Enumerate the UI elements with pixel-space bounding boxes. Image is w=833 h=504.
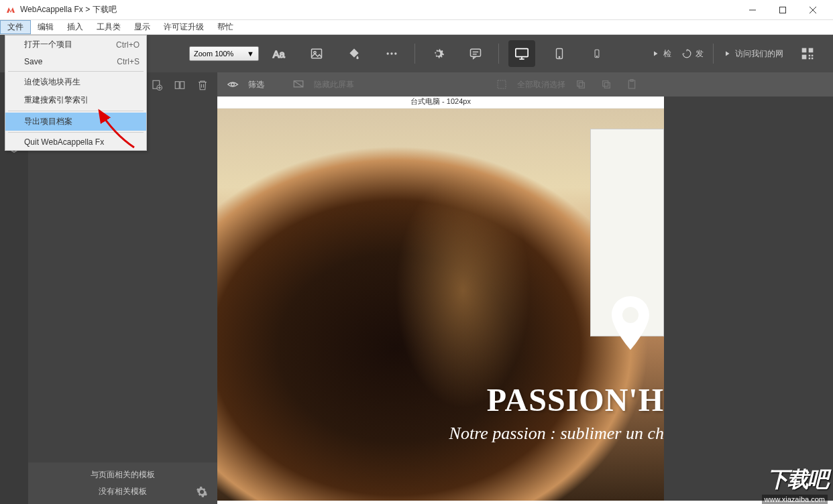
svg-rect-25 [809,58,811,60]
svg-rect-44 [180,82,184,89]
copy-icon[interactable] [571,74,591,94]
gear-icon[interactable] [196,486,208,498]
menu-save[interactable]: SaveCtrl+S [5,54,146,70]
map-pin-icon [610,296,651,350]
more-tool-icon[interactable] [378,40,405,67]
svg-rect-13 [516,49,528,57]
hide-screen-label[interactable]: 隐藏此屏幕 [314,79,354,90]
menu-quit[interactable]: Quit WebAcappella Fx [5,134,146,150]
toolbar-separator [414,44,415,64]
menu-export-archive[interactable]: 导出项目档案 [5,113,146,131]
mobile-view-icon[interactable] [584,40,610,67]
svg-rect-24 [812,55,814,57]
menu-separator [8,71,144,72]
device-label: 台式电脑 - 1024px [217,97,664,109]
svg-rect-10 [471,49,481,56]
svg-rect-36 [604,82,610,88]
svg-point-9 [394,52,396,54]
text-tool-icon[interactable]: Aa [266,40,292,67]
menu-force-regen[interactable]: 迫使该地块再生 [5,73,146,91]
settings-icon[interactable] [425,40,451,67]
svg-point-19 [596,56,597,57]
svg-rect-43 [175,82,179,89]
svg-rect-21 [809,48,814,53]
toolbar-separator [713,44,714,64]
svg-rect-5 [312,49,322,58]
zoom-select[interactable]: Zoom 100% ▼ [189,46,259,61]
menu-insert[interactable]: 插入 [60,20,90,34]
close-button[interactable] [797,0,828,20]
toolbar-separator [498,44,499,64]
qr-icon[interactable] [794,40,821,67]
svg-point-7 [387,52,389,54]
canvas-area: 台式电脑 - 1024px PASSION'H Notre passion : … [217,97,664,501]
svg-rect-20 [802,48,807,53]
paste-icon[interactable] [622,74,642,94]
hero-subtitle: Notre passion : sublimer un ch [449,424,664,444]
app-logo-icon [5,5,16,15]
add-page-icon[interactable] [149,77,165,93]
copy2-icon[interactable] [596,74,616,94]
comment-icon[interactable] [462,40,489,67]
svg-rect-35 [603,81,608,86]
menu-tools[interactable]: 工具类 [90,20,127,34]
svg-line-31 [294,81,303,87]
svg-rect-33 [577,81,583,86]
deselect-icon[interactable] [492,74,512,94]
svg-rect-1 [779,7,785,13]
maximize-button[interactable] [767,0,797,20]
file-menu-dropdown: 打开一个项目Ctrl+O SaveCtrl+S 迫使该地块再生 重建搜索引擎索引… [5,35,147,151]
titlebar: WebAcappella Fx > 下载吧 [0,0,833,20]
sidebar-footer-title: 与页面相关的模板 [35,469,211,481]
tablet-view-icon[interactable] [546,40,573,67]
menu-help[interactable]: 帮忙 [211,20,240,34]
minimize-button[interactable] [737,0,767,20]
menu-rebuild-index[interactable]: 重建搜索引擎索引 [5,91,146,109]
svg-rect-32 [498,80,506,88]
check-icon[interactable]: 检 [651,40,671,67]
zoom-label: Zoom 100% [194,50,233,58]
svg-point-17 [559,57,560,58]
menu-separator [8,132,144,133]
send-icon[interactable]: 发 [682,40,704,67]
sidebar-footer-status: 没有相关模板 [99,486,147,497]
screen-toggle-icon[interactable] [288,74,309,94]
svg-text:Aa: Aa [273,49,286,60]
deselect-label[interactable]: 全部取消选择 [517,79,565,90]
menu-open-project[interactable]: 打开一个项目Ctrl+O [5,36,146,54]
svg-rect-23 [809,55,811,57]
menu-view[interactable]: 显示 [127,20,157,34]
right-panel [664,97,833,501]
menubar: 文件 编辑 插入 工具类 显示 许可证升级 帮忙 [0,20,833,35]
menu-license[interactable]: 许可证升级 [157,20,211,34]
desktop-view-icon[interactable] [508,40,535,67]
duplicate-icon[interactable] [172,77,188,93]
menu-edit[interactable]: 编辑 [31,20,60,34]
window-title: WebAcappella Fx > 下载吧 [20,4,737,15]
menu-separator [8,111,144,111]
menu-file[interactable]: 文件 [0,20,31,34]
svg-rect-22 [802,55,807,60]
svg-rect-34 [579,82,584,88]
image-tool-icon[interactable] [303,40,330,67]
eye-icon[interactable] [223,74,243,94]
trash-icon[interactable] [195,77,211,93]
svg-point-8 [390,52,392,54]
fill-tool-icon[interactable] [341,40,368,67]
svg-rect-26 [812,58,814,60]
filter-label[interactable]: 筛选 [248,79,264,90]
canvas-preview[interactable]: PASSION'H Notre passion : sublimer un ch [217,109,664,501]
svg-point-29 [231,83,235,86]
hero-title: PASSION'H [449,381,664,418]
chevron-down-icon: ▼ [247,50,254,58]
visit-site-icon[interactable]: 访问我们的网 [723,40,783,67]
watermark: 下载吧 www.xiazaiba.com [762,465,828,504]
